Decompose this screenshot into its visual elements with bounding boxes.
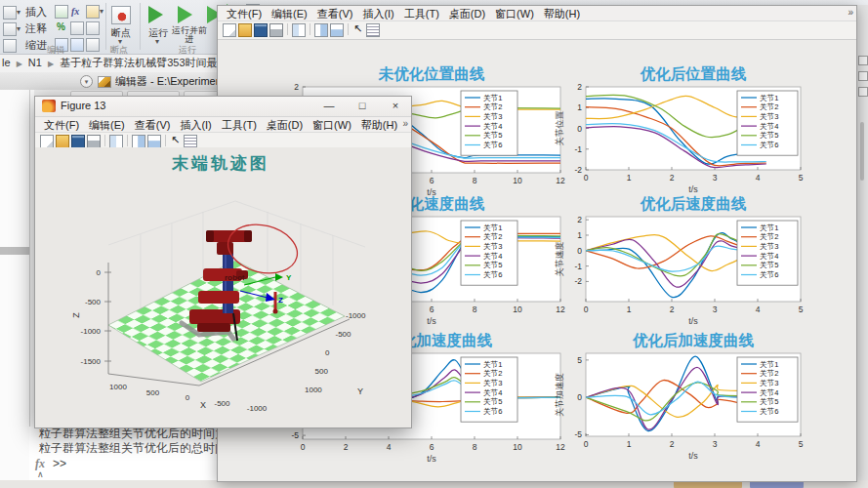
menu-item[interactable]: 文件(F) — [222, 6, 267, 21]
menu-item[interactable]: 窗口(W) — [308, 117, 356, 133]
breakpoint-icon[interactable] — [111, 6, 131, 24]
cut-ribbon-icon[interactable] — [3, 22, 17, 36]
legend-entry: 关节2 — [483, 232, 502, 241]
property-inspector-icon[interactable] — [132, 135, 145, 148]
x-tick-label: 6 — [430, 442, 434, 452]
x-axis-label: t/s — [427, 316, 436, 326]
comment-icon[interactable] — [86, 21, 100, 35]
link-plot-icon[interactable] — [292, 23, 306, 37]
indent-settings-icon[interactable] — [86, 38, 100, 52]
command-prompt[interactable]: >> — [53, 457, 66, 470]
breadcrumb-folder[interactable]: N1 — [28, 57, 42, 68]
menu-item[interactable]: 编辑(E) — [267, 6, 312, 21]
open-folder-icon[interactable] — [56, 135, 69, 148]
triad-z-label: Z — [278, 296, 283, 305]
x-tick-label: 0 — [584, 439, 589, 449]
figure13-titlebar[interactable]: Figure 13 — □ × — [35, 97, 411, 117]
comment-icon[interactable] — [70, 21, 84, 35]
run-advance-icon[interactable] — [178, 6, 192, 23]
x-axis-label: X — [200, 400, 206, 410]
run-icon[interactable] — [148, 6, 163, 23]
menu-item[interactable]: 工具(T) — [399, 6, 444, 21]
scrollbar-thumb[interactable] — [860, 122, 864, 181]
insert-figure-icon[interactable] — [86, 5, 100, 19]
dock-icon[interactable] — [858, 71, 868, 81]
menu-item[interactable]: 窗口(W) — [490, 6, 539, 21]
x-tick-label: 0 — [584, 173, 589, 183]
command-output-line: 粒子群算法整组关节优化后的总时间为4.2 — [29, 441, 217, 456]
menu-overflow-icon[interactable]: » — [847, 7, 853, 18]
panel-splitter[interactable] — [0, 247, 29, 255]
plot-browser-icon[interactable] — [147, 135, 161, 148]
editor-collapse-icon[interactable]: ▾ — [80, 75, 93, 88]
command-window[interactable]: 粒子群算法整组关节优化后的时间为0.93粒子群算法整组关节优化后的总时间为4.2… — [29, 427, 217, 480]
open-folder-icon[interactable] — [238, 23, 252, 37]
menu-overflow-icon[interactable]: » — [402, 118, 408, 129]
breadcrumb-file[interactable]: 基于粒子群算法机械臂353时间最优多项式插值轨 — [60, 57, 217, 68]
menu-item[interactable]: 查看(V) — [130, 117, 176, 133]
x-tick-label: 8 — [473, 176, 477, 185]
plot-browser-icon[interactable] — [330, 23, 344, 37]
indent-label[interactable]: 缩进 — [25, 38, 47, 53]
x-tick-label: 2 — [670, 173, 675, 183]
chevron-down-icon[interactable]: ▾ — [155, 37, 159, 46]
comment-percent-icon[interactable]: % — [57, 21, 65, 32]
menu-item[interactable]: 帮助(H) — [539, 6, 585, 21]
legend-entry: 关节3 — [483, 379, 502, 387]
run-advance-button[interactable]: 运行并前进 — [168, 26, 211, 44]
comment-label[interactable]: 注释 — [25, 21, 47, 36]
legend-entry: 关节6 — [760, 407, 778, 416]
legend-entry: 关节6 — [483, 141, 502, 149]
cut-ribbon-icon[interactable] — [3, 39, 17, 53]
menu-item[interactable]: 插入(I) — [357, 6, 398, 21]
new-doc-icon[interactable] — [40, 135, 54, 148]
menu-item[interactable]: 工具(T) — [217, 117, 262, 133]
x-tick-label: 3 — [713, 305, 718, 314]
menu-item[interactable]: 编辑(E) — [84, 117, 130, 133]
menu-item[interactable]: 帮助(H) — [356, 117, 402, 133]
x-tick-label: -500 — [214, 399, 230, 408]
dock-icon[interactable] — [858, 87, 868, 97]
save-icon[interactable] — [254, 23, 268, 37]
chevron-down-icon[interactable]: ▾ — [100, 7, 103, 16]
cursor-icon[interactable] — [170, 135, 182, 146]
close-button[interactable]: × — [388, 99, 403, 113]
menu-item[interactable]: 桌面(D) — [444, 6, 490, 21]
print-icon[interactable] — [87, 135, 101, 148]
legend-icon[interactable] — [184, 135, 197, 148]
menu-item[interactable]: 查看(V) — [312, 6, 358, 21]
x-tick-label: 12 — [556, 176, 565, 185]
breadcrumb-prefix[interactable]: le — [0, 57, 11, 68]
legend-entry: 关节2 — [760, 232, 778, 241]
outdent-icon[interactable] — [70, 38, 84, 52]
save-icon[interactable] — [71, 135, 85, 148]
cursor-icon[interactable] — [352, 23, 364, 35]
link-plot-icon[interactable] — [109, 135, 123, 148]
menu-item[interactable]: 文件(F) — [39, 117, 84, 133]
command-collapse-icon[interactable]: ∧ — [37, 469, 44, 479]
legend-entry: 关节1 — [760, 94, 778, 102]
insert-section-icon[interactable] — [55, 5, 68, 19]
legend-entry: 关节5 — [760, 261, 778, 269]
property-inspector-icon[interactable] — [314, 23, 328, 37]
insert-label[interactable]: 插入 — [25, 5, 47, 20]
legend-icon[interactable] — [366, 23, 380, 37]
z-tick-label: -1000 — [81, 327, 102, 336]
x-tick-label: 4 — [756, 305, 761, 314]
fx-icon[interactable]: fx — [71, 6, 79, 17]
robot-joint — [198, 291, 239, 304]
menu-item[interactable]: 插入(I) — [175, 117, 216, 133]
new-doc-icon[interactable] — [223, 23, 236, 37]
cut-ribbon-icon[interactable] — [3, 6, 17, 20]
menu-item[interactable]: 桌面(D) — [262, 117, 308, 133]
maximize-button[interactable]: □ — [354, 99, 370, 113]
minimize-button[interactable]: — — [321, 99, 337, 113]
breadcrumb[interactable]: le ▶ N1 ▶ 基于粒子群算法机械臂353时间最优多项式插值轨 — [0, 55, 217, 73]
z-tick-label: -500 — [85, 298, 102, 306]
legend-entry: 关节4 — [483, 388, 502, 397]
legend-entry: 关节5 — [760, 397, 778, 406]
dock-icon[interactable] — [858, 56, 868, 65]
y-tick-label: -2 — [574, 165, 582, 175]
print-icon[interactable] — [269, 23, 283, 37]
y-axis-label: 关节速度 — [555, 242, 564, 277]
